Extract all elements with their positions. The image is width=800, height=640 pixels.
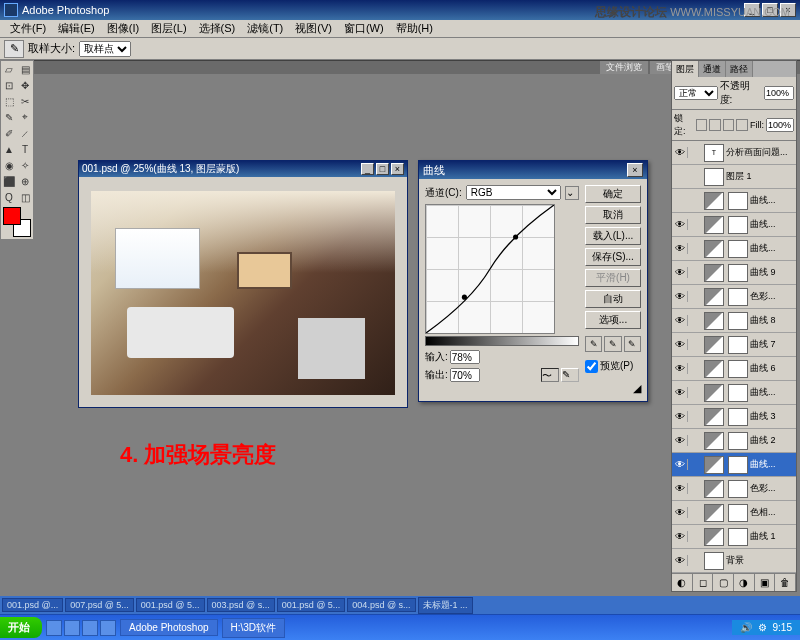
menu-item[interactable]: 窗口(W) [338, 21, 390, 36]
curve-mode-icon[interactable]: 〜 [541, 368, 559, 382]
document-titlebar[interactable]: 001.psd @ 25%(曲线 13, 图层蒙版) _□× [79, 161, 407, 177]
load-button[interactable]: 载入(L)... [585, 227, 641, 245]
layer-row[interactable]: 👁曲线 6 [672, 357, 796, 381]
curves-titlebar[interactable]: 曲线× [419, 161, 647, 179]
preview-checkbox[interactable]: 预览(P) [585, 359, 641, 373]
layer-thumb[interactable] [704, 480, 724, 498]
cancel-button[interactable]: 取消 [585, 206, 641, 224]
visibility-icon[interactable]: 👁 [672, 483, 688, 494]
tray-icon[interactable]: ⚙ [758, 622, 767, 633]
save-button[interactable]: 保存(S)... [585, 248, 641, 266]
tool-button[interactable]: T [17, 141, 33, 157]
delete-layer-icon[interactable]: 🗑 [775, 574, 796, 591]
menu-item[interactable]: 图像(I) [101, 21, 145, 36]
tool-button[interactable]: ✐ [1, 125, 17, 141]
new-layer-icon[interactable]: ▣ [755, 574, 776, 591]
visibility-icon[interactable]: 👁 [672, 315, 688, 326]
fill-field[interactable] [766, 118, 794, 132]
gradient-bar[interactable] [425, 336, 579, 346]
input-field[interactable] [450, 350, 480, 364]
layer-row[interactable]: 👁曲线... [672, 213, 796, 237]
mask-thumb[interactable] [728, 336, 748, 354]
tool-button[interactable]: ⟋ [17, 125, 33, 141]
tray-icon[interactable]: 🔊 [740, 622, 752, 633]
doc-tab[interactable]: 001.psd @... [2, 598, 63, 612]
resize-grip-icon[interactable]: ◢ [585, 382, 641, 395]
layer-thumb[interactable] [704, 288, 724, 306]
tool-button[interactable]: ⬛ [1, 173, 17, 189]
layer-row[interactable]: 👁曲线 8 [672, 309, 796, 333]
options-button[interactable]: 选项... [585, 311, 641, 329]
mask-thumb[interactable] [728, 240, 748, 258]
system-tray[interactable]: 🔊⚙9:15 [732, 620, 800, 635]
layer-row[interactable]: 👁色彩... [672, 285, 796, 309]
channel-select[interactable]: RGB [466, 185, 561, 200]
doc-tab[interactable]: 001.psd @ 5... [277, 598, 346, 612]
lock-move-icon[interactable] [723, 119, 735, 131]
tool-button[interactable]: ◫ [17, 189, 33, 205]
mask-thumb[interactable] [728, 264, 748, 282]
layer-thumb[interactable] [704, 216, 724, 234]
auto-button[interactable]: 自动 [585, 290, 641, 308]
visibility-icon[interactable]: 👁 [672, 411, 688, 422]
channel-btn[interactable]: ⌄ [565, 186, 579, 200]
tool-button[interactable]: ⬚ [1, 93, 17, 109]
visibility-icon[interactable]: 👁 [672, 339, 688, 350]
menu-item[interactable]: 视图(V) [289, 21, 338, 36]
mask-thumb[interactable] [728, 480, 748, 498]
tab-layers[interactable]: 图层 [672, 61, 699, 77]
mask-thumb[interactable] [728, 504, 748, 522]
menu-item[interactable]: 文件(F) [4, 21, 52, 36]
sample-size-select[interactable]: 取样点 [79, 41, 131, 57]
visibility-icon[interactable]: 👁 [672, 243, 688, 254]
mask-thumb[interactable] [728, 216, 748, 234]
visibility-icon[interactable]: 👁 [672, 267, 688, 278]
tab-paths[interactable]: 路径 [726, 61, 753, 77]
ql-icon[interactable] [82, 620, 98, 636]
lock-all-icon[interactable] [736, 119, 748, 131]
lock-paint-icon[interactable] [709, 119, 721, 131]
curve-grid[interactable] [425, 204, 555, 334]
layer-row[interactable]: 👁曲线 1 [672, 525, 796, 549]
doc-close-button[interactable]: × [391, 163, 404, 175]
doc-tab[interactable]: 004.psd @ s... [347, 598, 415, 612]
curves-close-button[interactable]: × [627, 163, 643, 177]
tool-button[interactable]: ✧ [17, 157, 33, 173]
layer-thumb[interactable] [704, 312, 724, 330]
doc-tab[interactable]: 未标题-1 ... [418, 597, 473, 614]
tool-button[interactable]: ▲ [1, 141, 17, 157]
layer-set-icon[interactable]: ▢ [713, 574, 734, 591]
layer-thumb[interactable] [704, 336, 724, 354]
layer-style-icon[interactable]: ◐ [672, 574, 693, 591]
blend-mode-select[interactable]: 正常 [674, 86, 718, 100]
layer-row[interactable]: 👁曲线 9 [672, 261, 796, 285]
mask-thumb[interactable] [728, 192, 748, 210]
visibility-icon[interactable]: 👁 [672, 363, 688, 374]
layer-row[interactable]: 👁曲线... [672, 237, 796, 261]
tool-button[interactable]: ⊕ [17, 173, 33, 189]
layer-row[interactable]: 👁色相... [672, 501, 796, 525]
tool-button[interactable]: ⌖ [17, 109, 33, 125]
tool-button[interactable]: ✥ [17, 77, 33, 93]
start-button[interactable]: 开始 [0, 617, 42, 638]
layer-row[interactable]: 👁曲线... [672, 453, 796, 477]
black-dropper-icon[interactable]: ✎ [585, 336, 602, 352]
visibility-icon[interactable]: 👁 [672, 459, 688, 470]
ok-button[interactable]: 确定 [585, 185, 641, 203]
layer-row[interactable]: 👁背景 [672, 549, 796, 573]
taskbar-item[interactable]: H:\3D软件 [222, 618, 286, 638]
taskbar-item[interactable]: Adobe Photoshop [120, 619, 218, 636]
layer-thumb[interactable] [704, 384, 724, 402]
mask-thumb[interactable] [728, 312, 748, 330]
doc-max-button[interactable]: □ [376, 163, 389, 175]
visibility-icon[interactable]: 👁 [672, 219, 688, 230]
mask-thumb[interactable] [728, 360, 748, 378]
canvas[interactable] [79, 177, 407, 407]
visibility-icon[interactable]: 👁 [672, 435, 688, 446]
menu-item[interactable]: 滤镜(T) [241, 21, 289, 36]
layer-row[interactable]: 👁曲线 2 [672, 429, 796, 453]
tool-button[interactable]: ✂ [17, 93, 33, 109]
output-field[interactable] [450, 368, 480, 382]
layer-thumb[interactable] [704, 456, 724, 474]
lock-trans-icon[interactable] [696, 119, 708, 131]
